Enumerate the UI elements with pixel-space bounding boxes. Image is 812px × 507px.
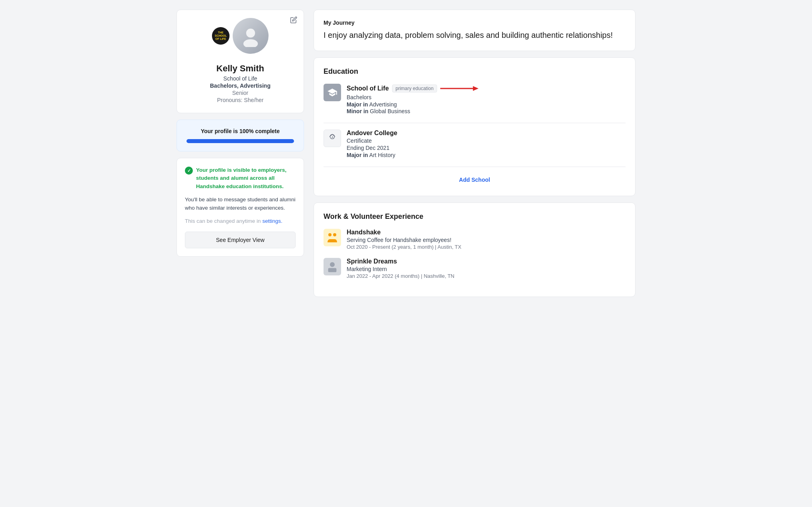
handshake-role: Serving Coffee for Handshake employees! [347,237,626,243]
arrow-indicator [440,84,480,93]
profile-school: School of Life [224,75,257,82]
visibility-status: ✓ Your profile is visible to employers, … [185,166,296,191]
education-title: Education [324,67,626,76]
journey-text: I enjoy analyzing data, problem solving,… [324,29,626,41]
sprinkle-dreams-logo [324,258,341,275]
andover-college-row: Andover College [347,130,626,137]
primary-education-badge: primary education [392,84,437,92]
andover-college-name: Andover College [347,130,397,137]
school-of-life-logo: THESCHOOLOF LIFE [212,27,229,45]
right-column: My Journey I enjoy analyzing data, probl… [314,10,635,297]
school-of-life-row: School of Life primary education [347,84,626,93]
edit-icon[interactable] [290,16,297,25]
school-of-life-details: School of Life primary education Bachelo… [347,84,626,115]
sol-major: Major in Advertising [347,101,626,108]
left-column: THESCHOOLOF LIFE Kelly Smith School of L… [177,10,304,297]
school-of-life-name: School of Life [347,85,389,92]
school-of-life-edu-logo [324,84,341,101]
handshake-company: Handshake [347,229,626,236]
profile-name: Kelly Smith [216,63,264,74]
svg-point-0 [246,29,255,37]
andover-degree-type: Certificate [347,138,626,144]
handshake-work-details: Handshake Serving Coffee for Handshake e… [347,229,626,250]
sprinkle-dreams-dates: Jan 2022 - Apr 2022 (4 months) | Nashvil… [347,273,626,279]
work-item-sprinkle-dreams: Sprinkle Dreams Marketing Intern Jan 202… [324,258,626,279]
progress-bar-background [186,139,294,143]
visibility-note: This can be changed anytime in settings. [185,217,296,225]
education-card: Education School of Life primary educati… [314,57,635,196]
visibility-card: ✓ Your profile is visible to employers, … [177,158,304,257]
check-icon: ✓ [185,167,193,175]
sprinkle-dreams-company: Sprinkle Dreams [347,258,626,265]
journey-label: My Journey [324,20,626,26]
progress-card: Your profile is 100% complete [177,120,304,151]
handshake-dates: Oct 2020 - Present (2 years, 1 month) | … [347,244,626,250]
svg-point-9 [330,262,335,267]
profile-card: THESCHOOLOF LIFE Kelly Smith School of L… [177,10,304,113]
sol-degree-type: Bachelors [347,94,626,100]
andover-college-logo: A [324,130,341,147]
progress-bar-fill [186,139,294,143]
profile-pronouns: Pronouns: She/her [217,97,264,103]
andover-college-details: Andover College Certificate Ending Dec 2… [347,130,626,159]
avatar [233,18,269,54]
svg-rect-10 [328,268,337,272]
visibility-body-text: You'll be able to message students and a… [185,195,296,212]
handshake-logo [324,229,341,246]
sprinkle-dreams-work-details: Sprinkle Dreams Marketing Intern Jan 202… [347,258,626,279]
andover-major: Major in Art History [347,152,626,158]
work-experience-card: Work & Volunteer Experience Handshake Se… [314,202,635,297]
andover-ending: Ending Dec 2021 [347,145,626,151]
svg-marker-3 [473,86,479,91]
sprinkle-dreams-role: Marketing Intern [347,266,626,272]
education-item-2: A Andover College Certificate Ending Dec… [324,130,626,159]
svg-point-1 [243,39,258,47]
settings-link[interactable]: settings. [262,218,282,224]
visibility-green-text: Your profile is visible to employers, st… [196,166,296,191]
work-experience-title: Work & Volunteer Experience [324,212,626,221]
svg-text:A: A [331,136,333,139]
profile-degree: Bachelors, Advertising [210,83,271,89]
svg-point-7 [333,233,336,236]
profile-year: Senior [232,90,248,96]
profile-logos: THESCHOOLOF LIFE [212,18,269,54]
progress-label: Your profile is 100% complete [186,128,294,134]
svg-point-6 [328,233,331,236]
see-employer-button[interactable]: See Employer View [185,232,296,248]
education-divider [324,123,626,123]
school-logo-text: THESCHOOLOF LIFE [215,31,227,40]
sol-minor: Minor in Global Business [347,108,626,114]
education-item-1: School of Life primary education Bachelo… [324,84,626,115]
red-arrow-icon [440,84,480,93]
work-item-handshake: Handshake Serving Coffee for Handshake e… [324,229,626,250]
journey-card: My Journey I enjoy analyzing data, probl… [314,10,635,51]
add-school-button[interactable]: Add School [324,173,626,186]
education-bottom-divider [324,167,626,167]
